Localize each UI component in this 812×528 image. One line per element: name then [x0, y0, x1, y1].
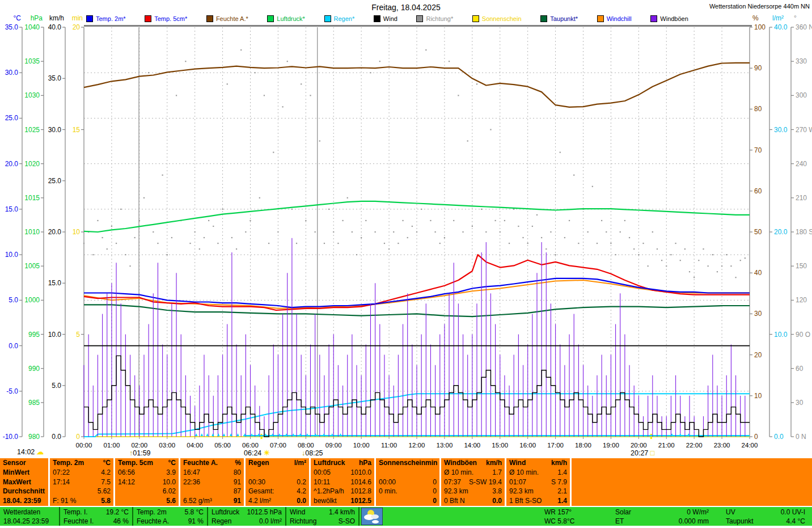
stats-cell-label: 16:47 — [183, 468, 200, 478]
svg-text:30: 30 — [754, 310, 762, 318]
x-tick-label: 19:00 — [603, 442, 619, 449]
stats-row-label: Durchschnitt — [0, 487, 50, 496]
svg-text:100: 100 — [754, 23, 766, 31]
stats-cell-temp-5cm-r0: Temp. 5cm°C — [115, 458, 180, 468]
stats-cell-value: 0.0 — [297, 496, 306, 506]
svg-text:l/m²: l/m² — [772, 14, 784, 22]
svg-text:25.0: 25.0 — [48, 177, 62, 185]
stats-cell-label: Temp. 5cm — [118, 458, 153, 468]
stats-cell-value: 3.9 — [166, 468, 176, 478]
svg-text:35.0: 35.0 — [48, 74, 62, 82]
stats-cell-value: S-SW 19.4 — [469, 478, 502, 487]
stats-cell-value: 0 — [433, 487, 437, 496]
svg-text:1010: 1010 — [24, 228, 40, 236]
footer-spacer — [384, 507, 541, 526]
svg-text:90 O: 90 O — [796, 331, 810, 339]
stats-cell-label: 92.3 km — [509, 487, 534, 496]
svg-text:20.0: 20.0 — [48, 228, 62, 236]
svg-text:1000: 1000 — [24, 296, 40, 304]
stats-cell-label: 07:37 — [444, 478, 461, 487]
x-tick-label: 08:00 — [298, 442, 314, 449]
stats-cell-value: 6.02 — [163, 487, 176, 496]
footer-value: 1.4 km/h — [329, 508, 355, 516]
svg-text:15.0: 15.0 — [5, 205, 19, 213]
x-tick-label: 11:00 — [381, 442, 397, 449]
stats-cell-value: 3.8 — [492, 487, 502, 496]
stats-cell-label: 6.52 g/m³ — [183, 496, 212, 506]
stats-cell-sonnenschein-r2: 00:000 — [376, 478, 441, 487]
stats-cell-label: 0 Bft N — [444, 496, 465, 506]
svg-text:1020: 1020 — [24, 160, 40, 168]
stats-cell-sonnenschein-r4: 0 — [376, 496, 441, 506]
stats-cell-label: Feuchte A. — [183, 458, 218, 468]
svg-text:180 S: 180 S — [796, 228, 812, 236]
stats-cell-feuchte-a--r4: 6.52 g/m³91 — [180, 496, 246, 506]
x-tick-label: 14:00 — [464, 442, 480, 449]
series-feuchte-a- — [84, 63, 750, 107]
stats-filler — [572, 458, 812, 468]
stats-cell-value: 91 — [234, 496, 241, 506]
stats-cell-label: 92.3 km — [444, 487, 468, 496]
footer-label: 18.04.25 23:59 — [3, 517, 49, 525]
footer-value: 5.8 °C — [185, 508, 204, 516]
footer-cell-wind: Wind1.4 km/hRichtungS-SO — [286, 507, 360, 526]
stats-cell-luftdruck-r0: LuftdruckhPa — [311, 458, 376, 468]
stats-cell-value: 1010.0 — [350, 468, 371, 478]
footer-cell-wr-wc: WR 157°WC 5.8°C — [541, 507, 602, 526]
footer-label: Feuchte A. — [137, 517, 169, 525]
rain-event-tick — [306, 433, 308, 436]
stats-cell-value: l/m² — [294, 458, 306, 468]
x-tick-label: 00:00 — [76, 442, 92, 449]
footer-label: Wetterdaten — [3, 508, 40, 516]
footer-value: 46 % — [113, 517, 129, 525]
stats-cell-label: 07:22 — [53, 468, 70, 478]
stats-cell-label: Ø 10 min. — [509, 468, 539, 478]
svg-text:40.0: 40.0 — [774, 23, 788, 31]
rain-event-tick — [212, 433, 214, 436]
axis-pct: %0102030405060708090100 — [750, 14, 766, 441]
stats-cell-value: 0 — [433, 496, 437, 506]
footer-cell-uv-taupunkt: UV0.0 UV-ITaupunkt4.4 °C — [722, 507, 809, 526]
axis-kmh: km/h0.05.010.015.020.025.030.035.040.0 — [48, 14, 65, 441]
x-tick-label: 03:00 — [159, 442, 175, 449]
stats-cell-value: 5.8 — [101, 496, 111, 506]
svg-text:980: 980 — [28, 433, 40, 441]
footer-label: WC 5.8°C — [544, 517, 574, 525]
svg-text:5.0: 5.0 — [9, 296, 18, 304]
stats-cell-temp-5cm-r1: 06:563.9 — [115, 468, 180, 478]
svg-text:15: 15 — [73, 126, 81, 134]
stats-cell-value: 1.7 — [492, 468, 502, 478]
annotation-20-27: 20:27 □ — [631, 449, 655, 457]
stats-cell-label: 22:36 — [183, 478, 200, 487]
x-tick-label: 15:00 — [492, 442, 508, 449]
stats-cell-value: 7.5 — [101, 478, 111, 487]
svg-text:km/h: km/h — [49, 14, 64, 22]
stats-cell-regen-r0: Regenl/m² — [246, 458, 311, 468]
footer-value: 91 % — [188, 517, 204, 525]
annotation-08-25: ↓08:25 — [302, 449, 323, 457]
stats-cell-label: 17:14 — [53, 478, 70, 487]
stats-cell-value: 80 — [234, 468, 241, 478]
stats-cell-value: 4.2 — [297, 487, 306, 496]
stats-cell-label: ^1.2hPa/h — [314, 487, 344, 496]
svg-text:20: 20 — [754, 351, 762, 359]
stats-cell-temp-2m-r2: 17:147.5 — [50, 478, 115, 487]
x-tick-label: 18:00 — [575, 442, 591, 449]
svg-text:1035: 1035 — [24, 57, 40, 65]
svg-text:990: 990 — [28, 365, 40, 373]
stats-cell-value: 0.0 — [492, 496, 502, 506]
svg-text:0: 0 — [76, 433, 80, 441]
svg-text:°C: °C — [14, 14, 22, 22]
svg-text:1030: 1030 — [24, 91, 40, 99]
svg-text:30.0: 30.0 — [774, 126, 788, 134]
stats-cell-label: Ø 10 min. — [444, 468, 473, 478]
x-tick-label: 23:00 — [714, 442, 730, 449]
rain-event-tick — [323, 433, 325, 436]
stats-cell-temp-5cm-r3: 6.02 — [115, 487, 180, 496]
axis-deg: °0 N306090 O120150180 S210240270 W300330… — [791, 14, 812, 441]
svg-text:0.0: 0.0 — [9, 342, 18, 350]
stats-cell-windb-en-r4: 0 Bft N0.0 — [441, 496, 506, 506]
weather-chart: °C-10.0-5.00.05.010.015.020.025.030.035.… — [0, 0, 812, 458]
svg-text:1015: 1015 — [24, 194, 40, 202]
stats-cell-label: Sonnenschein — [379, 458, 425, 468]
